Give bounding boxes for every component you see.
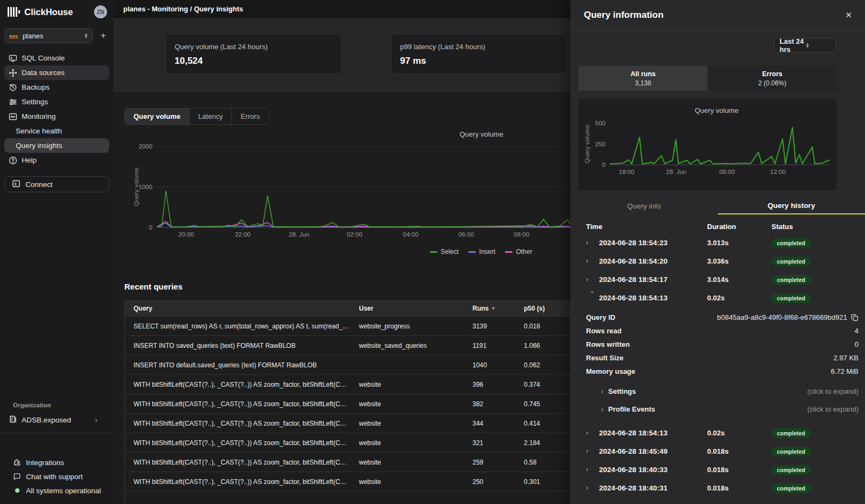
query-cell: WITH bitShiftLeft(CAST(?..), _CAST(?..))… xyxy=(125,478,350,486)
caret-right-icon[interactable]: › xyxy=(586,239,599,246)
history-row[interactable]: ›2024-06-28 18:40:330.018scompleted xyxy=(570,460,865,479)
footer-item-chat-with-support[interactable]: Chat with support xyxy=(0,469,114,483)
expander-profile-events[interactable]: ›Profile Events(click to expand) xyxy=(570,400,865,418)
service-selector[interactable]: aws planes ▲▼ xyxy=(4,28,93,43)
caret-right-icon[interactable]: › xyxy=(586,466,599,473)
history-duration: 3.014s xyxy=(707,275,771,284)
caret-right-icon[interactable]: › xyxy=(586,484,599,492)
sidebar-item-help[interactable]: Help xyxy=(4,153,109,167)
chart-tabs: Query volumeLatencyErrors xyxy=(124,108,269,125)
time-range-select[interactable]: Last 24 hrs ▲▼ xyxy=(774,38,836,52)
detail-label: Result Size xyxy=(586,354,834,362)
history-row[interactable]: ›2024-06-28 18:54:130.02scompleted xyxy=(570,288,865,307)
caret-right-icon[interactable]: › xyxy=(586,429,599,436)
user-cell: website_saved_queries xyxy=(350,342,464,350)
expander-settings[interactable]: ›Settings(click to expand) xyxy=(570,382,865,400)
sidebar-item-settings[interactable]: Settings xyxy=(4,95,109,109)
caret-right-icon[interactable]: › xyxy=(586,257,599,265)
svg-text:02:00: 02:00 xyxy=(347,231,362,238)
history-row[interactable]: ›2024-06-28 18:45:490.018scompleted xyxy=(570,442,865,460)
sidebar-item-data-sources[interactable]: Data sources xyxy=(4,65,109,80)
sidebar-item-sql-console[interactable]: SQL Console xyxy=(4,51,109,65)
history-row[interactable]: ›2024-06-28 18:54:233.013scompleted xyxy=(570,233,865,252)
monitoring-icon xyxy=(9,112,17,121)
svg-text:Query volume: Query volume xyxy=(695,106,738,115)
sidebar-item-service-health[interactable]: Service health xyxy=(4,124,109,138)
query-cell: INSERT INTO default.saved_queries (text)… xyxy=(125,361,350,369)
query-cell: INSERT INTO saved_queries (text) FORMAT … xyxy=(125,342,350,350)
chevron-right-icon: › xyxy=(95,416,97,424)
caret-right-icon: › xyxy=(601,388,603,395)
footer-item-all-systems-operational[interactable]: All systems operational xyxy=(0,483,114,498)
history-row[interactable]: ›2024-06-28 18:54:173.014scompleted xyxy=(570,270,865,288)
segment-all-runs[interactable]: All runs3,138 xyxy=(578,66,708,91)
tab-errors[interactable]: Errors xyxy=(231,109,268,124)
footer-item-integrations[interactable]: Integrations xyxy=(0,455,114,469)
caret-right-icon[interactable]: › xyxy=(586,275,599,283)
copy-icon[interactable] xyxy=(851,314,859,321)
legend-item-other[interactable]: Other xyxy=(505,248,532,256)
runs-errors-segmented-control: All runs3,138Errors2 (0.06%) xyxy=(578,66,837,91)
segment-errors[interactable]: Errors2 (0.06%) xyxy=(708,66,837,91)
table-row[interactable]: WITH bitShiftLeft(CAST(?..), _CAST(?..))… xyxy=(125,452,570,472)
history-column-status: Status xyxy=(771,223,865,231)
table-row[interactable]: WITH bitShiftLeft(CAST(?..), _CAST(?..))… xyxy=(125,472,570,491)
tab-query-volume[interactable]: Query volume xyxy=(125,109,189,124)
history-duration: 0.02s xyxy=(707,294,771,302)
tab-latency[interactable]: Latency xyxy=(189,109,232,124)
svg-text:1000: 1000 xyxy=(138,184,152,190)
history-row[interactable]: ›2024-06-28 18:54:130.02scompleted xyxy=(570,424,865,442)
table-row[interactable]: WITH bitShiftLeft(CAST(?..), _CAST(?..))… xyxy=(125,374,570,394)
user-cell: website xyxy=(350,420,464,427)
status-badge: completed xyxy=(771,465,811,475)
detail-label: Query ID xyxy=(586,313,717,321)
user-cell: website xyxy=(350,400,464,408)
table-row[interactable]: WITH bitShiftLeft(CAST(?..), _CAST(?..))… xyxy=(125,413,570,433)
brand-name: ClickHouse xyxy=(24,7,94,17)
organization-item[interactable]: ADSB.exposed › xyxy=(4,413,109,427)
avatar[interactable]: ZN xyxy=(94,5,107,18)
sidebar-item-query-insights[interactable]: Query insights xyxy=(4,138,109,153)
caret-right-icon[interactable]: › xyxy=(586,447,599,455)
history-duration: 3.013s xyxy=(707,239,771,247)
table-row[interactable]: WITH bitShiftLeft(CAST(?..), _CAST(?..))… xyxy=(125,394,570,413)
runs-cell: 396 xyxy=(464,381,515,388)
tab-query-history[interactable]: Query history xyxy=(718,198,865,214)
sidebar-item-backups[interactable]: Backups xyxy=(4,80,109,95)
table-row[interactable]: WITH bitShiftLeft(CAST(?..), _CAST(?..))… xyxy=(125,433,570,452)
history-row[interactable]: ›2024-06-28 18:54:203.036scompleted xyxy=(570,252,865,270)
connect-label: Connect xyxy=(25,180,52,189)
query-cell: WITH bitShiftLeft(CAST(?..), _CAST(?..))… xyxy=(125,459,350,466)
svg-text:Query volume: Query volume xyxy=(584,125,590,164)
status-badge: completed xyxy=(771,428,811,438)
sidebar-divider xyxy=(0,433,114,433)
detail-label: Memory usage xyxy=(586,367,831,375)
p50-cell: 1.066 xyxy=(515,342,570,350)
column-header-runs[interactable]: Runs▼ xyxy=(464,305,515,312)
add-service-button[interactable]: + xyxy=(98,30,108,41)
legend-item-insert[interactable]: Insert xyxy=(468,248,495,256)
panel-query-volume-chart[interactable]: Query volumeQuery volume025050018:0028. … xyxy=(578,98,837,185)
history-time: 2024-06-28 18:54:23 xyxy=(599,239,707,247)
query-volume-chart[interactable]: Query volumeQuery volume01000200020:0022… xyxy=(114,130,570,246)
close-icon[interactable]: ✕ xyxy=(843,8,854,22)
connect-button[interactable]: Connect xyxy=(4,176,109,192)
svg-text:28. Jun: 28. Jun xyxy=(289,231,309,238)
detail-value: 6.72 MiB xyxy=(831,367,859,375)
history-row[interactable]: ›2024-06-28 18:40:310.018scompleted xyxy=(570,479,865,497)
sidebar-nav: SQL ConsoleData sourcesBackupsSettingsMo… xyxy=(0,51,114,167)
sidebar-item-monitoring[interactable]: Monitoring xyxy=(4,109,109,124)
status-badge: completed xyxy=(771,275,811,285)
table-row[interactable] xyxy=(125,491,570,504)
caret-down-icon[interactable]: › xyxy=(589,291,596,304)
tab-query-info[interactable]: Query info xyxy=(570,198,718,214)
table-row[interactable]: INSERT INTO default.saved_queries (text)… xyxy=(125,355,570,374)
help-icon xyxy=(9,156,17,165)
legend-item-select[interactable]: Select xyxy=(430,248,458,256)
detail-row-rows-read: Rows read4 xyxy=(570,324,865,338)
query-cell: SELECT sum(read_rows) AS r, sum(total_ro… xyxy=(125,322,350,330)
table-row[interactable]: INSERT INTO saved_queries (text) FORMAT … xyxy=(125,335,570,355)
runs-cell: 1040 xyxy=(464,361,515,369)
history-time: 2024-06-28 18:40:31 xyxy=(599,484,707,492)
table-row[interactable]: SELECT sum(read_rows) AS r, sum(total_ro… xyxy=(125,316,570,335)
